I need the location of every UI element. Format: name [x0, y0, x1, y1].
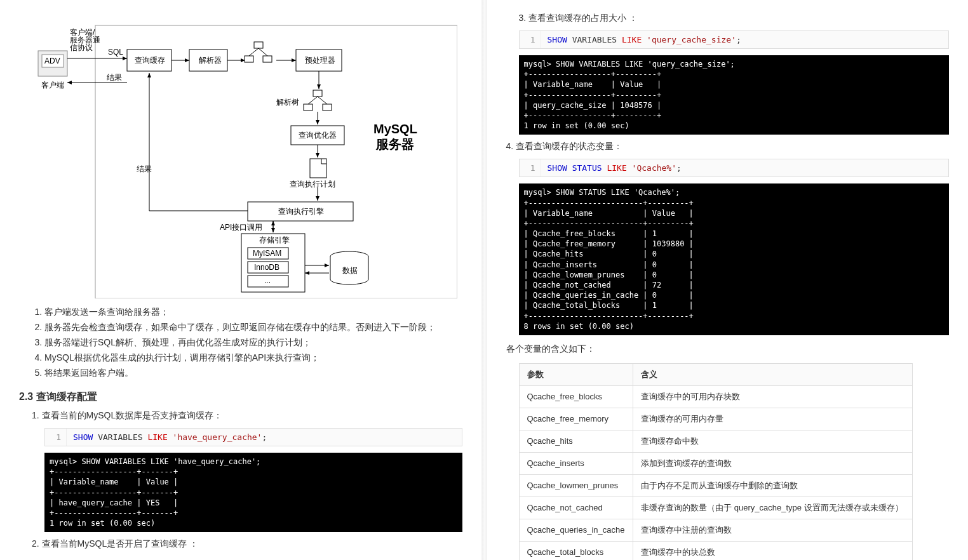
- mysql-arch-diagram: ADV 客户端 客户端/服务器通信协议 SQL 结果 查询缓存 解析器 预: [25, 6, 457, 298]
- svg-text:服务器: 服务器: [375, 137, 414, 151]
- svg-text:解析器: 解析器: [199, 56, 222, 65]
- svg-rect-17: [263, 56, 272, 62]
- svg-text:MySQL: MySQL: [373, 122, 417, 136]
- table-row: Qcache_not_cached非缓存查询的数量（由于 query_cache…: [519, 497, 912, 519]
- svg-text:解析树: 解析树: [276, 98, 299, 107]
- step-1: 客户端发送一条查询给服务器；: [44, 307, 462, 318]
- svg-rect-36: [310, 159, 326, 178]
- vars-intro: 各个变量的含义如下：: [506, 342, 950, 357]
- subitem-1: 1. 查看当前的MySQL数据库是否支持查询缓存：: [32, 410, 462, 422]
- svg-text:...: ...: [264, 276, 271, 285]
- table-row: Qcache_total_blocks查询缓存中的块总数: [519, 541, 912, 560]
- heading-2-3: 2.3 查询缓存配置: [19, 390, 462, 404]
- svg-rect-27: [323, 104, 332, 110]
- svg-text:结果: 结果: [107, 73, 122, 82]
- table-row: Qcache_free_memory查询缓存的可用内存量: [519, 408, 912, 430]
- code-block-1: 1 SHOW VARIABLES LIKE 'have_query_cache'…: [44, 428, 462, 446]
- svg-text:API接口调用: API接口调用: [220, 223, 262, 232]
- svg-text:SQL: SQL: [108, 48, 123, 57]
- terminal-output-1: mysql> SHOW VARIABLES LIKE 'have_query_c…: [44, 453, 462, 532]
- svg-rect-26: [304, 104, 313, 110]
- svg-text:ADV: ADV: [44, 57, 60, 65]
- svg-rect-16: [245, 56, 253, 62]
- step-2: 服务器先会检查查询缓存，如果命中了缓存，则立即返回存储在缓存中的结果。否则进入下…: [44, 322, 462, 333]
- step-3: 服务器端进行SQL解析、预处理，再由优化器生成对应的执行计划；: [44, 337, 462, 349]
- svg-text:查询执行计划: 查询执行计划: [290, 180, 335, 189]
- svg-text:InnoDB: InnoDB: [254, 263, 279, 272]
- subitem-4: 4. 查看查询缓存的状态变量：: [506, 141, 950, 152]
- svg-text:查询缓存: 查询缓存: [135, 56, 165, 65]
- step-4: MySQL根据优化器生成的执行计划，调用存储引擎的API来执行查询；: [44, 352, 462, 364]
- table-row: Qcache_inserts添加到查询缓存的查询数: [519, 452, 912, 474]
- page-right: 3. 查看查询缓存的占用大小 ： 1 SHOW VARIABLES LIKE '…: [487, 0, 969, 560]
- code-block-4: 1 SHOW STATUS LIKE 'Qcache%';: [519, 159, 950, 177]
- steps-list: 客户端发送一条查询给服务器； 服务器先会检查查询缓存，如果命中了缓存，则立即返回…: [19, 307, 462, 379]
- table-row: Qcache_free_blocks查询缓存中的可用内存块数: [519, 385, 912, 408]
- page-left: ADV 客户端 客户端/服务器通信协议 SQL 结果 查询缓存 解析器 预: [0, 0, 482, 560]
- svg-text:存储引擎: 存储引擎: [259, 236, 290, 244]
- svg-text:查询优化器: 查询优化器: [299, 131, 337, 140]
- page-gutter: [482, 0, 487, 560]
- svg-text:预处理器: 预处理器: [305, 56, 335, 65]
- svg-rect-25: [313, 90, 322, 97]
- th-param: 参数: [519, 363, 633, 385]
- svg-text:查询执行引擎: 查询执行引擎: [278, 207, 324, 216]
- svg-text:数据: 数据: [342, 266, 358, 275]
- table-row: Qcache_lowmen_prunes由于内存不足而从查询缓存中删除的查询数: [519, 474, 912, 497]
- svg-text:MyISAM: MyISAM: [253, 249, 281, 258]
- code-block-3: 1 SHOW VARIABLES LIKE 'query_cache_size'…: [519, 30, 950, 49]
- subitem-2: 2. 查看当前MySQL是否开启了查询缓存 ：: [32, 538, 462, 550]
- step-5: 将结果返回给客户端。: [44, 368, 462, 379]
- table-row: Qcache_hits查询缓存命中数: [519, 430, 912, 452]
- svg-text:结果: 结果: [137, 164, 152, 173]
- client-label: 客户端: [41, 81, 64, 90]
- th-meaning: 含义: [633, 363, 912, 385]
- terminal-output-4: mysql> SHOW STATUS LIKE 'Qcache%'; +----…: [519, 183, 950, 335]
- terminal-output-3: mysql> SHOW VARIABLES LIKE 'query_cache_…: [519, 55, 950, 135]
- table-row: Qcache_queries_in_cache查询缓存中注册的查询数: [519, 519, 912, 541]
- subitem-3: 3. 查看查询缓存的占用大小 ：: [519, 13, 950, 24]
- svg-rect-15: [254, 42, 263, 48]
- qcache-vars-table: 参数 含义 Qcache_free_blocks查询缓存中的可用内存块数 Qca…: [519, 363, 913, 560]
